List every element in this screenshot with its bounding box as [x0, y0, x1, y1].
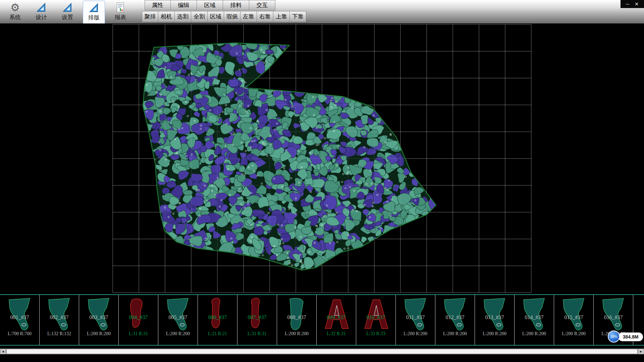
- piece-thumb-013[interactable]: 013_#37L:200 R:200: [475, 295, 515, 345]
- piece-thumb-009[interactable]: 009_#37L:32 R:31: [317, 295, 356, 345]
- toolbar: ⚙系统设计设置排版报表 属性编辑区域排料交互 聚排相机选割全割区域瑕疵左靠右靠上…: [0, 0, 644, 24]
- piece-name: 004_#37: [119, 314, 158, 320]
- menu-tab-attribute[interactable]: 属性: [145, 0, 171, 10]
- piece-name: 007_#37: [237, 314, 277, 320]
- scrollbar-thumb[interactable]: [6, 349, 638, 354]
- tool-button-row: 聚排相机选割全割区域瑕疵左靠右靠上靠下靠: [142, 11, 306, 22]
- set-square-icon: [36, 2, 47, 14]
- tool-button-snap-left[interactable]: 左靠: [240, 11, 257, 22]
- gear-icon: ⚙: [10, 2, 20, 13]
- tool-button-defect[interactable]: 瑕疵: [224, 11, 240, 22]
- piece-lr-count: L:200 R:200: [554, 331, 593, 337]
- piece-name: 011_#37: [396, 314, 435, 320]
- piece-name: 015_#37: [554, 314, 593, 320]
- piece-thumb-005[interactable]: 005_#37L:200 R:200: [158, 295, 198, 345]
- piece-name: 012_#37: [435, 314, 475, 320]
- menu-tab-edit[interactable]: 编辑: [171, 0, 197, 10]
- set-square-icon: [88, 2, 100, 14]
- app-button-report[interactable]: 报表: [110, 1, 131, 23]
- piece-name: 002_#37: [40, 314, 79, 320]
- piece-thumb-002[interactable]: 002_#37L:132 R:132: [40, 295, 79, 345]
- scroll-right-icon[interactable]: ►: [638, 349, 644, 354]
- menu-tab-region[interactable]: 区域: [197, 0, 223, 10]
- report-document-icon: [115, 2, 126, 14]
- piece-thumb-015[interactable]: 015_#37L:200 R:200: [554, 295, 594, 345]
- app-button-design[interactable]: 设计: [31, 1, 52, 23]
- piece-name: 010_#37: [356, 314, 395, 320]
- piece-lr-count: L:200 R:200: [396, 331, 435, 337]
- piece-lr-count: L:132 R:132: [40, 331, 79, 337]
- app-button-label: 排版: [88, 14, 100, 21]
- piece-thumb-006[interactable]: 006_#37L:21 R:21: [198, 295, 237, 345]
- tool-button-cluster-nest[interactable]: 聚排: [142, 11, 158, 22]
- hide-layout-svg: [0, 23, 644, 294]
- piece-lr-count: L:200 R:200: [435, 331, 475, 337]
- piece-name: 016_#37: [594, 314, 633, 320]
- app-button-layout[interactable]: 排版: [83, 1, 105, 24]
- piece-lr-count: L:200 R:200: [515, 331, 554, 337]
- piece-lr-count: L:200 R:200: [158, 331, 198, 337]
- piece-lr-count: L:31 R:31: [237, 331, 277, 337]
- app-button-settings[interactable]: 设置: [57, 1, 78, 23]
- tool-button-cut-all[interactable]: 全割: [191, 11, 208, 22]
- piece-name: 014_#37: [515, 314, 554, 320]
- horizontal-scrollbar[interactable]: ◄ ►: [0, 349, 644, 354]
- app-button-label: 系统: [9, 14, 21, 21]
- piece-thumb-008[interactable]: 008_#37L:200 R:200: [277, 295, 317, 345]
- app-button-system[interactable]: ⚙系统: [4, 1, 26, 23]
- piece-lr-count: L:31 R:31: [119, 331, 158, 337]
- piece-lr-count: L:700 R:700: [0, 331, 39, 337]
- piece-thumb-001[interactable]: 001_#37L:700 R:700: [0, 295, 40, 345]
- piece-thumb-003[interactable]: 003_#37L:200 R:200: [79, 295, 119, 345]
- memory-chip: 384.8M: [618, 333, 643, 341]
- tool-button-region[interactable]: 区域: [208, 11, 224, 22]
- piece-name: 005_#37: [158, 314, 198, 320]
- piece-lr-count: L:21 R:21: [198, 331, 237, 337]
- tool-button-camera[interactable]: 相机: [158, 11, 175, 22]
- piece-thumb-010[interactable]: 010_#37L:33 R:33: [356, 295, 396, 345]
- piece-thumb-004[interactable]: 004_#37L:31 R:31: [119, 295, 158, 345]
- menu-tab-nesting[interactable]: 排料: [223, 0, 249, 10]
- app-button-label: 报表: [115, 14, 126, 21]
- tool-button-snap-right[interactable]: 右靠: [257, 11, 273, 22]
- piece-thumb-014[interactable]: 014_#37L:200 R:200: [515, 295, 554, 345]
- piece-lr-count: L:200 R:200: [277, 331, 316, 337]
- app-button-group: ⚙系统设计设置排版报表: [2, 0, 133, 23]
- piece-lr-count: L:200 R:200: [79, 331, 118, 337]
- piece-thumb-011[interactable]: 011_#37L:200 R:200: [396, 295, 435, 345]
- piece-name: 013_#37: [475, 314, 514, 320]
- tool-button-select-cut[interactable]: 选割: [175, 11, 191, 22]
- piece-thumb-007[interactable]: 007_#37L:31 R:31: [237, 295, 277, 345]
- piece-name: 008_#37: [277, 314, 316, 320]
- piece-name: 003_#37: [79, 314, 118, 320]
- nesting-canvas[interactable]: [0, 23, 644, 294]
- piece-name: 006_#37: [198, 314, 237, 320]
- window-controls: ─ ✕: [621, 0, 644, 8]
- app-button-label: 设计: [36, 14, 47, 21]
- piece-name: 009_#37: [317, 314, 356, 320]
- menu-tab-interact[interactable]: 交互: [249, 0, 275, 10]
- piece-lr-count: L:33 R:33: [356, 331, 395, 337]
- piece-lr-count: L:32 R:31: [317, 331, 356, 337]
- tool-button-snap-top[interactable]: 上靠: [273, 11, 290, 22]
- piece-thumb-012[interactable]: 012_#37L:200 R:200: [435, 295, 475, 345]
- scroll-left-icon[interactable]: ◄: [0, 349, 6, 354]
- menu-tab-row: 属性编辑区域排料交互: [145, 0, 275, 10]
- progress-bubble: 38%: [608, 330, 620, 343]
- close-icon[interactable]: ✕: [635, 2, 639, 6]
- piece-name: 001_#37: [0, 314, 39, 320]
- piece-lr-count: L:200 R:200: [475, 331, 514, 337]
- tool-button-snap-bottom[interactable]: 下靠: [290, 11, 306, 22]
- minimize-icon[interactable]: ─: [626, 2, 629, 6]
- app-button-label: 设置: [62, 14, 73, 21]
- application-window: ⚙系统设计设置排版报表 属性编辑区域排料交互 聚排相机选割全割区域瑕疵左靠右靠上…: [0, 0, 644, 362]
- set-square-icon: [62, 2, 73, 14]
- piece-thumbnail-strip: 001_#37L:700 R:700002_#37L:132 R:132003_…: [0, 294, 644, 346]
